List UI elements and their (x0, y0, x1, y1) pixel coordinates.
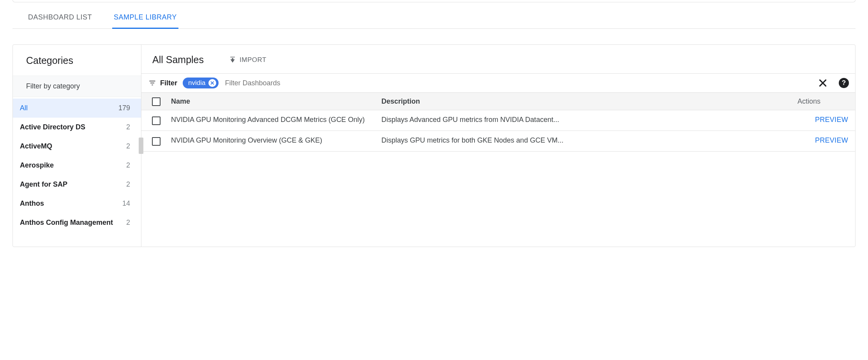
sidebar-item-count: 2 (126, 142, 130, 150)
table-row: NVIDIA GPU Monitoring Overview (GCE & GK… (141, 131, 855, 152)
row-description: Displays GPU metrics for both GKE Nodes … (381, 136, 797, 145)
help-button[interactable]: ? (839, 78, 849, 88)
table-row: NVIDIA GPU Monitoring Advanced DCGM Metr… (141, 110, 855, 131)
row-name: NVIDIA GPU Monitoring Advanced DCGM Metr… (171, 116, 381, 124)
clear-filter-button[interactable] (818, 78, 828, 88)
preview-button[interactable]: PREVIEW (815, 116, 848, 124)
filter-bar: Filter nvidia ✕ ? (141, 73, 855, 93)
table-header: Name Description Actions (141, 93, 855, 110)
sidebar-item-label: ActiveMQ (20, 142, 52, 150)
sidebar-item-aerospike[interactable]: Aerospike2 (13, 156, 141, 175)
samples-table: Name Description Actions NVIDIA GPU Moni… (141, 93, 855, 152)
sidebar-item-agent-for-sap[interactable]: Agent for SAP2 (13, 175, 141, 194)
col-name[interactable]: Name (171, 97, 381, 106)
remove-chip-icon[interactable]: ✕ (208, 79, 216, 87)
filter-input[interactable] (224, 79, 812, 88)
row-checkbox[interactable] (152, 116, 161, 125)
sidebar-item-anthos-config-management[interactable]: Anthos Config Management2 (13, 213, 141, 232)
filter-chip-nvidia[interactable]: nvidia ✕ (183, 78, 219, 88)
help-icon: ? (839, 78, 849, 88)
sidebar-item-all[interactable]: All179 (13, 99, 141, 118)
sidebar-item-count: 14 (122, 199, 130, 208)
filter-icon (148, 79, 156, 87)
row-checkbox[interactable] (152, 137, 161, 146)
import-label: IMPORT (240, 56, 266, 64)
sidebar-item-count: 2 (126, 180, 130, 189)
sidebar-item-active-directory-ds[interactable]: Active Directory DS2 (13, 118, 141, 137)
filter-label: Filter (160, 79, 177, 87)
sidebar-scrollbar-thumb[interactable] (139, 138, 143, 154)
categories-sidebar: Categories Filter by category All179Acti… (13, 45, 141, 247)
sidebar-item-anthos[interactable]: Anthos14 (13, 194, 141, 213)
import-button[interactable]: IMPORT (229, 56, 266, 64)
col-actions: Actions (797, 97, 848, 106)
filter-chip-text: nvidia (188, 79, 205, 87)
tab-sample-library[interactable]: SAMPLE LIBRARY (112, 13, 178, 29)
col-description[interactable]: Description (381, 97, 797, 106)
sidebar-item-label: All (20, 104, 28, 112)
sidebar-item-label: Aerospike (20, 161, 54, 169)
sidebar-item-count: 2 (126, 123, 130, 131)
select-all-checkbox[interactable] (152, 97, 161, 106)
sidebar-item-count: 179 (118, 104, 130, 112)
sidebar-item-label: Active Directory DS (20, 123, 85, 131)
sidebar-item-label: Anthos Config Management (20, 219, 113, 227)
sidebar-item-count: 2 (126, 219, 130, 227)
categories-title: Categories (13, 45, 141, 76)
preview-button[interactable]: PREVIEW (815, 136, 848, 144)
tab-dashboard-list[interactable]: DASHBOARD LIST (26, 13, 94, 29)
sidebar-item-count: 2 (126, 161, 130, 169)
row-description: Displays Advanced GPU metrics from NVIDI… (381, 116, 797, 124)
sidebar-item-label: Agent for SAP (20, 180, 67, 189)
filter-by-category-label[interactable]: Filter by category (13, 76, 141, 97)
main-panel: All Samples IMPORT Filter nvidia (141, 45, 855, 247)
import-icon (229, 56, 236, 64)
row-name: NVIDIA GPU Monitoring Overview (GCE & GK… (171, 136, 381, 145)
sidebar-item-activemq[interactable]: ActiveMQ2 (13, 137, 141, 156)
sidebar-item-label: Anthos (20, 199, 44, 208)
page-title: All Samples (152, 54, 204, 65)
tabs-bar: DASHBOARD LIST SAMPLE LIBRARY (12, 2, 856, 29)
